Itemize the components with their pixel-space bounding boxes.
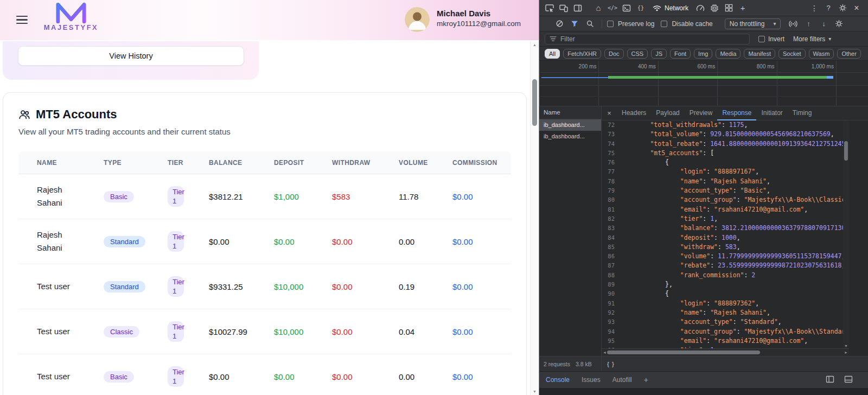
close-details-icon[interactable]: × xyxy=(602,109,617,117)
response-pane-tab-headers[interactable]: Headers xyxy=(617,106,651,120)
console-sidebar-icon[interactable] xyxy=(826,375,834,384)
elements-tab-icon[interactable]: </> xyxy=(605,1,620,15)
request-name-header[interactable]: Name xyxy=(539,106,601,119)
response-pane-tab-initiator[interactable]: Initiator xyxy=(756,106,787,120)
code-text: "total_withdrawals": 1175, xyxy=(620,120,748,130)
dock-side-icon[interactable] xyxy=(571,1,585,15)
throttling-select[interactable]: No throttling ▾ xyxy=(725,18,781,29)
response-pane-tab-preview[interactable]: Preview xyxy=(685,106,718,120)
close-devtools-icon[interactable]: × xyxy=(850,1,864,15)
import-har-icon[interactable]: ↓ xyxy=(816,17,831,31)
drawer-tabs: ConsoleIssuesAutofill+ xyxy=(539,372,868,388)
filter-chip-media[interactable]: Media xyxy=(716,49,741,59)
search-icon[interactable] xyxy=(583,17,597,31)
settings-icon[interactable] xyxy=(835,1,850,15)
drawer-tab-issues[interactable]: Issues xyxy=(582,376,601,384)
deposit-cell: $10,000 xyxy=(274,282,332,291)
inspect-icon[interactable] xyxy=(542,1,557,15)
filter-chip-other[interactable]: Other xyxy=(837,49,861,59)
scroll-up-icon[interactable]: ▲ xyxy=(533,43,537,47)
filter-chip-wasm[interactable]: Wasm xyxy=(809,49,834,59)
clear-icon[interactable] xyxy=(552,17,566,31)
add-drawer-tab-button[interactable]: + xyxy=(644,375,648,384)
view-history-button[interactable]: View History xyxy=(18,46,244,66)
filter-chip-all[interactable]: All xyxy=(545,49,560,59)
drawer-tab-autofill[interactable]: Autofill xyxy=(612,376,632,384)
horizontal-scrollbar-thumb[interactable] xyxy=(607,351,760,354)
help-icon[interactable]: ? xyxy=(821,1,835,15)
filter-chip-manifest[interactable]: Manifest xyxy=(744,49,775,59)
filter-chip-doc[interactable]: Doc xyxy=(604,49,624,59)
scroll-right-icon[interactable]: ► xyxy=(844,351,848,354)
performance-tab-icon[interactable] xyxy=(693,1,707,15)
filter-chip-fetch-xhr[interactable]: Fetch/XHR xyxy=(563,49,601,59)
hamburger-menu-button[interactable] xyxy=(16,16,28,24)
disable-cache-checkbox[interactable] xyxy=(661,21,667,27)
page-scrollbar[interactable]: ▲ ▼ xyxy=(530,41,539,395)
withdraw-cell: $0.00 xyxy=(332,237,399,246)
response-code-line: 92 "name": "Rajesh Sahani", xyxy=(602,308,843,317)
home-tab-icon[interactable]: ⌂ xyxy=(591,1,605,15)
request-item[interactable]: ib_dashboard... xyxy=(539,119,601,131)
filter-chip-socket[interactable]: Socket xyxy=(778,49,806,59)
account-name: Test user xyxy=(37,325,70,338)
scroll-down-icon[interactable]: ▼ xyxy=(844,344,848,348)
invert-checkbox[interactable] xyxy=(758,36,765,42)
network-settings-icon[interactable] xyxy=(832,17,846,31)
more-options-icon[interactable]: ⋮ xyxy=(807,1,821,15)
application-tab-icon[interactable] xyxy=(722,1,736,15)
json-key: "tier" xyxy=(680,215,703,222)
json-value: 1000 xyxy=(722,234,737,241)
json-value: "888897167" xyxy=(714,168,755,175)
response-vertical-scrollbar[interactable]: ▼ xyxy=(843,120,849,348)
device-toolbar-icon[interactable] xyxy=(557,1,571,15)
json-key: "account_group" xyxy=(680,196,737,203)
type-cell: Basic xyxy=(104,371,168,383)
filter-chip-css[interactable]: CSS xyxy=(627,49,648,59)
more-panels-icon[interactable]: + xyxy=(736,1,750,15)
avatar[interactable] xyxy=(405,7,430,32)
sources-tab-icon[interactable]: {} xyxy=(634,1,648,15)
preserve-log-label: Preserve log xyxy=(618,20,654,28)
network-tab[interactable]: Network xyxy=(648,0,693,16)
response-horizontal-scrollbar[interactable]: ◄ ► xyxy=(602,348,849,356)
network-overview[interactable] xyxy=(539,73,868,86)
line-number: 89 xyxy=(602,280,620,289)
response-code-line: 82 "tier": 1, xyxy=(602,214,843,224)
request-item[interactable]: ib_dashboard... xyxy=(539,131,601,142)
json-value: "888897362" xyxy=(714,300,755,307)
column-header-tier: Tier xyxy=(168,159,209,167)
page-scrollbar-thumb[interactable] xyxy=(532,79,537,126)
filter-chip-js[interactable]: JS xyxy=(651,49,667,59)
memory-tab-icon[interactable] xyxy=(707,1,722,15)
scroll-down-icon[interactable]: ▼ xyxy=(533,390,537,393)
export-har-icon[interactable]: ↑ xyxy=(801,17,815,31)
line-number: 81 xyxy=(602,205,620,214)
drawer-tab-console[interactable]: Console xyxy=(546,376,570,384)
json-value: 583 xyxy=(725,243,737,251)
section-subtitle: View all your MT5 trading accounts and t… xyxy=(18,127,231,136)
json-value: 11.779999999999993605115378159447 xyxy=(718,252,841,260)
console-tab-icon[interactable] xyxy=(620,1,634,15)
scroll-left-icon[interactable]: ◄ xyxy=(603,351,607,354)
devtools-panel: ⌂ </> {} Network xyxy=(539,0,868,395)
name-cell: Test user xyxy=(18,280,104,293)
filter-toggle-icon[interactable] xyxy=(567,17,582,31)
response-pane-tab-payload[interactable]: Payload xyxy=(651,106,684,120)
more-filters-button[interactable]: More filters ▾ xyxy=(793,35,831,43)
network-conditions-icon[interactable] xyxy=(786,17,800,31)
line-number: 80 xyxy=(602,195,620,205)
filter-chip-img[interactable]: Img xyxy=(694,49,712,59)
format-json-button[interactable]: { } xyxy=(607,361,615,367)
response-code-line: 73 "total_volume": 929.81500000000054569… xyxy=(602,130,843,139)
vertical-scrollbar-thumb[interactable] xyxy=(844,141,848,161)
preserve-log-checkbox[interactable] xyxy=(607,21,614,27)
volume-cell: 0.19 xyxy=(399,282,452,291)
section-title: MT5 Accounts xyxy=(36,107,117,122)
filter-chip-font[interactable]: Font xyxy=(670,49,691,59)
filter-input[interactable] xyxy=(560,35,745,43)
response-code-line: 77 "login": "888897167", xyxy=(602,167,843,176)
dock-panel-icon[interactable] xyxy=(844,375,853,384)
response-pane-tab-timing[interactable]: Timing xyxy=(788,106,817,120)
response-pane-tab-response[interactable]: Response xyxy=(717,106,756,120)
